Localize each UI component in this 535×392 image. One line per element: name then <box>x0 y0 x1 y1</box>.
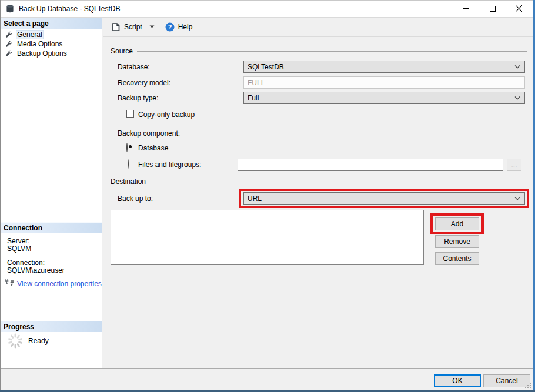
footer-separator <box>0 368 535 369</box>
copy-only-backup-label: Copy-only backup <box>138 110 195 119</box>
backup-database-dialog: Back Up Database - SQLTestDB Select a pa… <box>0 0 535 392</box>
server-label: Server: <box>7 237 30 245</box>
window-edge-right <box>533 0 535 392</box>
select-a-page-header: Select a page <box>1 18 102 29</box>
component-files-radio[interactable] <box>128 159 129 169</box>
server-value: SQLVM <box>7 244 31 253</box>
connection-value: SQLVM\azureuser <box>7 266 65 274</box>
window-edge-top <box>0 0 535 1</box>
window-edge-left <box>0 0 1 392</box>
connection-properties-icon <box>5 279 15 289</box>
backup-type-label: Backup type: <box>118 94 158 102</box>
close-icon <box>516 5 522 12</box>
connection-label: Connection: <box>7 259 45 267</box>
add-button[interactable]: Add <box>435 217 479 230</box>
help-label: Help <box>178 23 193 31</box>
database-label: Database: <box>118 63 150 71</box>
title-bar: Back Up Database - SQLTestDB <box>0 0 535 18</box>
destination-group-label: Destination <box>111 177 146 186</box>
remove-button[interactable]: Remove <box>435 235 479 248</box>
help-button[interactable]: ? Help <box>163 20 195 34</box>
recovery-model-label: Recovery model: <box>118 79 170 87</box>
maximize-button[interactable] <box>479 0 506 17</box>
ok-button[interactable]: OK <box>434 374 481 387</box>
chevron-down-icon <box>149 25 155 29</box>
cancel-button[interactable]: Cancel <box>483 374 530 387</box>
minimize-icon <box>463 5 469 12</box>
group-rule <box>150 182 527 182</box>
script-label: Script <box>124 23 142 31</box>
backup-destinations-list[interactable] <box>111 210 424 265</box>
files-filegroups-field <box>238 159 503 171</box>
back-up-to-label: Back up to: <box>118 195 153 203</box>
component-database-radio[interactable] <box>126 143 128 152</box>
database-combo[interactable]: SQLTestDB <box>243 61 525 73</box>
script-button[interactable]: Script <box>109 20 157 34</box>
chevron-down-icon <box>514 96 520 100</box>
help-icon: ? <box>165 22 175 32</box>
back-up-to-combo-value: URL <box>248 195 262 203</box>
component-database-label: Database <box>138 144 168 152</box>
resize-grip[interactable] <box>524 382 531 391</box>
sidebar-item-label: General <box>16 30 44 39</box>
maximize-icon <box>490 6 496 12</box>
wrench-icon <box>5 31 12 38</box>
svg-text:?: ? <box>168 24 172 31</box>
chevron-down-icon <box>514 197 520 200</box>
database-combo-value: SQLTestDB <box>248 63 284 71</box>
source-group-label: Source <box>111 47 133 55</box>
view-connection-properties-link[interactable]: View connection properties <box>17 280 102 288</box>
copy-only-backup-checkbox[interactable] <box>126 110 134 118</box>
source-group-header: Source <box>111 47 527 55</box>
progress-spinner-icon <box>7 333 24 351</box>
resize-grip-icon <box>524 382 531 389</box>
recovery-model-value: FULL <box>248 79 265 87</box>
backup-type-combo[interactable]: Full <box>243 92 525 104</box>
back-up-to-combo[interactable]: URL <box>243 192 525 205</box>
component-files-label: Files and filegroups: <box>138 160 201 169</box>
group-rule <box>137 51 527 52</box>
chevron-down-icon <box>514 65 520 69</box>
sidebar-item-backup-options[interactable]: Backup Options <box>1 49 102 58</box>
contents-button[interactable]: Contents <box>435 252 479 265</box>
progress-status: Ready <box>28 337 49 345</box>
connection-header: Connection <box>1 222 102 233</box>
backup-component-label: Backup component: <box>118 129 180 138</box>
sidebar-item-label: Backup Options <box>16 49 68 58</box>
backup-type-combo-value: Full <box>248 94 259 102</box>
recovery-model-field: FULL <box>243 76 525 89</box>
wrench-icon <box>5 41 12 48</box>
destination-group-header: Destination <box>111 177 527 186</box>
toolbar: Script ? Help <box>103 18 533 37</box>
sidebar-item-media-options[interactable]: Media Options <box>1 39 102 49</box>
progress-header: Progress <box>1 321 102 332</box>
script-icon <box>111 22 121 32</box>
sidebar: Select a page General Media Options Back… <box>1 18 102 369</box>
sidebar-item-label: Media Options <box>16 40 63 48</box>
close-button[interactable] <box>506 0 532 17</box>
browse-button: ... <box>507 159 521 171</box>
sidebar-item-general[interactable]: General <box>1 30 102 39</box>
minimize-button[interactable] <box>453 0 479 17</box>
wrench-icon <box>5 50 12 57</box>
database-app-icon <box>5 4 15 15</box>
window-title: Back Up Database - SQLTestDB <box>19 5 121 13</box>
